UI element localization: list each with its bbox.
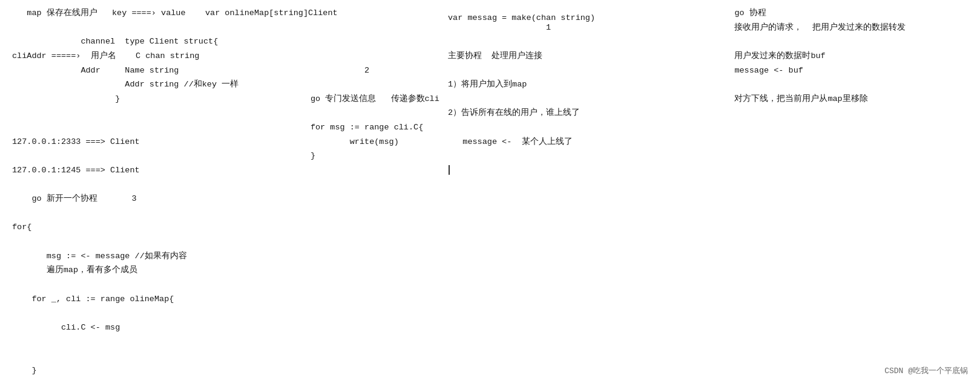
col3-text: 1 主要协程 处理用户连接 1）将用户加入到map 2）告诉所有在线的用户，谁上… — [448, 6, 666, 178]
var-messag-line: var messag = make(chan string) — [448, 11, 595, 25]
footer: CSDN @吃我一个平底锅 — [884, 365, 968, 376]
text-cursor — [449, 165, 450, 175]
column-1: map 保存在线用户 key ====› value var onlineMap… — [12, 6, 266, 381]
var-messag-text: var messag = make(chan string) — [448, 11, 595, 25]
column-3: 1 主要协程 处理用户连接 1）将用户加入到map 2）告诉所有在线的用户，谁上… — [448, 6, 666, 178]
content-area: map 保存在线用户 key ====› value var onlineMap… — [12, 6, 968, 375]
col4-text: go 协程 接收用户的请求， 把用户发过来的数据转发 用户发过来的数据时buf … — [666, 6, 980, 106]
footer-text: CSDN @吃我一个平底锅 — [884, 366, 968, 376]
page-container: map 保存在线用户 key ====› value var onlineMap… — [0, 0, 980, 381]
col1-text: map 保存在线用户 key ====› value var onlineMap… — [12, 6, 266, 381]
column-4: go 协程 接收用户的请求， 把用户发过来的数据转发 用户发过来的数据时buf … — [666, 6, 980, 106]
col2-text: 2 go 专门发送信息 传递参数cli for msg := range cli… — [266, 6, 448, 163]
column-2: 2 go 专门发送信息 传递参数cli for msg := range cli… — [266, 6, 448, 163]
